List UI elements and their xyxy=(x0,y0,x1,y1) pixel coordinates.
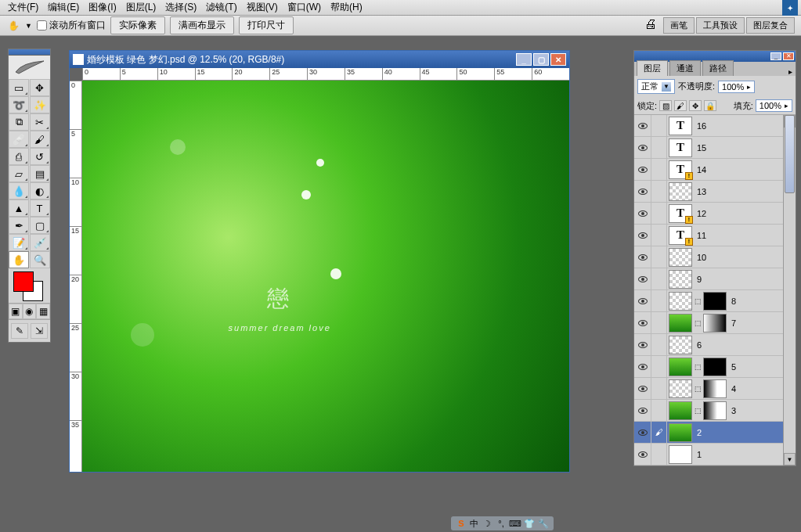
layer-visibility-toggle[interactable] xyxy=(634,159,651,180)
layer-link-col[interactable] xyxy=(651,246,667,268)
layer-visibility-toggle[interactable] xyxy=(634,378,651,399)
menu-image[interactable]: 图像(I) xyxy=(84,0,121,16)
layer-link-col[interactable] xyxy=(651,334,667,355)
layer-thumbnail[interactable] xyxy=(669,423,692,442)
menu-filter[interactable]: 滤镜(T) xyxy=(201,0,241,16)
layer-name[interactable]: 4 xyxy=(728,384,736,394)
layer-name[interactable]: 10 xyxy=(694,253,706,262)
layer-name[interactable]: 11 xyxy=(694,231,706,240)
scroll-down-icon[interactable]: ▼ xyxy=(784,453,796,466)
notes-tool[interactable]: 📝 xyxy=(9,234,29,251)
blend-mode-select[interactable]: 正常 ▼ xyxy=(637,79,675,94)
dodge-tool[interactable]: ◐ xyxy=(30,182,50,200)
wrench-icon[interactable]: 🔧 xyxy=(538,518,549,529)
layer-visibility-toggle[interactable] xyxy=(634,246,651,268)
layer-visibility-toggle[interactable] xyxy=(634,268,651,289)
layer-row[interactable]: 1 xyxy=(634,444,796,466)
layers-scrollbar[interactable]: ▲ ▼ xyxy=(783,115,796,466)
hand-tool[interactable]: ✋ xyxy=(9,251,29,268)
layer-row[interactable]: T15 xyxy=(634,137,796,159)
panel-close-icon[interactable]: ✕ xyxy=(783,52,794,60)
brushes-tab[interactable]: 画笔 xyxy=(663,17,695,34)
lasso-tool[interactable]: ➰ xyxy=(9,96,29,113)
healing-tool[interactable]: 🩹 xyxy=(9,131,29,148)
pen-tool[interactable]: ✒ xyxy=(9,217,29,234)
layer-link-col[interactable]: 🖌 xyxy=(651,422,667,443)
text-layer-icon[interactable]: T xyxy=(669,138,692,157)
lock-all-icon[interactable]: 🔒 xyxy=(704,100,716,111)
layer-name[interactable]: 6 xyxy=(694,340,702,350)
layer-name[interactable]: 9 xyxy=(694,275,702,284)
minimize-button[interactable]: _ xyxy=(516,53,532,66)
moon-icon[interactable]: ☽ xyxy=(482,518,493,529)
punct-icon[interactable]: °, xyxy=(496,518,507,529)
lock-pixels-icon[interactable]: 🖌 xyxy=(674,100,687,111)
layer-link-col[interactable] xyxy=(651,203,667,224)
layer-visibility-toggle[interactable] xyxy=(634,181,651,202)
layer-thumbnail[interactable] xyxy=(669,358,692,376)
text-layer-icon[interactable]: T! xyxy=(669,204,692,223)
dropdown-icon[interactable]: ▼ xyxy=(25,22,32,30)
layer-row[interactable]: ⬚7 xyxy=(634,312,796,334)
layer-thumbnail[interactable] xyxy=(669,314,692,332)
layer-link-col[interactable] xyxy=(651,444,667,465)
layer-visibility-toggle[interactable] xyxy=(634,334,651,355)
screen-mode-icon[interactable]: ▦ xyxy=(36,304,50,319)
layer-row[interactable]: 13 xyxy=(634,181,796,203)
panel-minimize-icon[interactable]: _ xyxy=(770,52,781,60)
layer-visibility-toggle[interactable] xyxy=(634,356,651,377)
text-layer-icon[interactable]: T xyxy=(669,117,692,135)
brush-tool[interactable]: 🖌 xyxy=(30,131,50,148)
layer-thumbnail[interactable] xyxy=(669,379,692,398)
layer-visibility-toggle[interactable] xyxy=(634,400,651,421)
ruler-horizontal[interactable]: 051015202530354045505560 xyxy=(82,68,569,81)
tab-paths[interactable]: 路径 xyxy=(702,60,734,76)
shape-tool[interactable]: ▢ xyxy=(30,217,50,234)
scroll-all-input[interactable] xyxy=(37,20,47,31)
close-button[interactable]: ✕ xyxy=(550,53,566,66)
ruler-vertical[interactable]: 05101520253035 xyxy=(70,81,82,472)
maximize-button[interactable]: ▢ xyxy=(533,53,549,66)
mask-link-icon[interactable]: ⬚ xyxy=(694,407,702,415)
layer-row[interactable]: ⬚8 xyxy=(634,290,796,312)
skin-icon[interactable]: 👕 xyxy=(524,518,535,529)
mask-link-icon[interactable]: ⬚ xyxy=(694,363,702,371)
slice-tool[interactable]: ✂ xyxy=(30,113,50,131)
scroll-thumb[interactable] xyxy=(785,115,795,193)
layer-link-col[interactable] xyxy=(651,115,667,136)
layer-visibility-toggle[interactable] xyxy=(634,203,651,224)
layer-mask-thumbnail[interactable] xyxy=(703,401,727,420)
standard-mode-icon[interactable]: ▣ xyxy=(9,304,23,319)
hand-tool-icon[interactable]: ✋ xyxy=(6,19,20,33)
menu-view[interactable]: 视图(V) xyxy=(242,0,283,16)
ime-label[interactable]: 中 xyxy=(470,518,478,530)
jump-to-icon[interactable]: ⇲ xyxy=(31,323,48,339)
layer-name[interactable]: 14 xyxy=(694,165,706,174)
layer-mask-thumbnail[interactable] xyxy=(703,292,727,311)
text-layer-icon[interactable]: T! xyxy=(669,160,692,179)
layer-mask-thumbnail[interactable] xyxy=(703,379,727,398)
layer-name[interactable]: 7 xyxy=(728,318,736,328)
layer-row[interactable]: 9 xyxy=(634,268,796,290)
marquee-tool[interactable]: ▭ xyxy=(9,79,29,96)
layer-row[interactable]: 6 xyxy=(634,334,796,356)
layer-link-col[interactable] xyxy=(651,400,667,421)
layer-link-col[interactable] xyxy=(651,159,667,180)
layer-name[interactable]: 12 xyxy=(694,209,706,218)
layer-mask-thumbnail[interactable] xyxy=(703,358,727,376)
layer-link-col[interactable] xyxy=(651,312,667,333)
layer-visibility-toggle[interactable] xyxy=(634,290,651,311)
quickmask-mode-icon[interactable]: ◉ xyxy=(23,304,37,319)
eyedropper-tool[interactable]: 💉 xyxy=(30,234,50,251)
blur-tool[interactable]: 💧 xyxy=(9,182,29,200)
layer-name[interactable]: 15 xyxy=(694,143,706,153)
layer-thumbnail[interactable] xyxy=(669,401,692,420)
opacity-input[interactable]: 100% ▸ xyxy=(718,81,755,93)
tab-layers[interactable]: 图层 xyxy=(637,60,668,76)
menu-help[interactable]: 帮助(H) xyxy=(326,0,367,16)
foreground-color[interactable] xyxy=(13,271,34,292)
layer-thumbnail[interactable] xyxy=(669,445,692,464)
lock-position-icon[interactable]: ✥ xyxy=(689,100,702,111)
menu-select[interactable]: 选择(S) xyxy=(161,0,201,16)
zoom-tool[interactable]: 🔍 xyxy=(30,251,50,268)
